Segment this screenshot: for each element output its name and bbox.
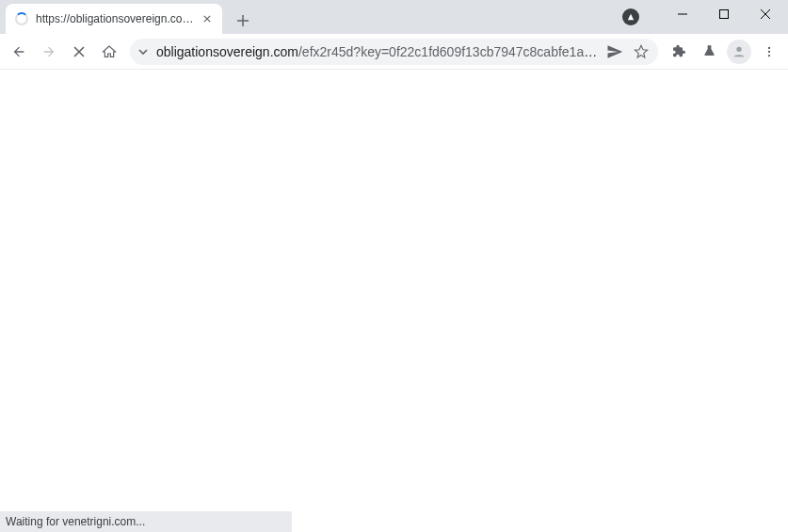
svg-rect-0 — [720, 10, 729, 19]
window-close-button[interactable] — [745, 0, 786, 28]
status-text: Waiting for venetrigni.com... — [6, 515, 145, 528]
window-maximize-button[interactable] — [703, 0, 745, 28]
address-bar[interactable]: obligationsovereign.com/efx2r45d?key=0f2… — [130, 39, 658, 65]
status-bar: Waiting for venetrigni.com... — [0, 511, 292, 532]
send-button[interactable] — [602, 40, 628, 63]
page-content — [0, 70, 788, 532]
svg-point-2 — [768, 46, 770, 48]
svg-point-3 — [768, 50, 770, 52]
new-tab-button[interactable] — [230, 8, 256, 34]
loading-spinner-icon — [15, 12, 28, 25]
profile-button[interactable] — [726, 39, 752, 65]
site-info-button[interactable] — [137, 46, 149, 57]
profile-paused-icon[interactable] — [622, 8, 639, 25]
svg-point-1 — [736, 46, 741, 51]
menu-button[interactable] — [756, 39, 782, 65]
labs-button[interactable] — [696, 39, 722, 65]
tab-strip: https://obligationsovereign.com/ — [0, 0, 622, 34]
url-host: obligationsovereign.com — [156, 44, 298, 59]
svg-point-4 — [768, 54, 770, 56]
extensions-button[interactable] — [666, 39, 692, 65]
tab-close-button[interactable] — [200, 11, 215, 26]
url-path: /efx2r45d?key=0f22c1fd609f13cb7947c8cabf… — [298, 44, 602, 59]
titlebar: https://obligationsovereign.com/ — [0, 0, 788, 34]
avatar-icon — [727, 40, 751, 64]
window-controls — [622, 0, 788, 28]
bookmark-button[interactable] — [628, 40, 654, 63]
browser-tab[interactable]: https://obligationsovereign.com/ — [6, 4, 222, 34]
tab-title: https://obligationsovereign.com/ — [36, 12, 194, 25]
back-button[interactable] — [6, 39, 32, 65]
forward-button[interactable] — [36, 39, 62, 65]
window-minimize-button[interactable] — [662, 0, 703, 28]
url-text: obligationsovereign.com/efx2r45d?key=0f2… — [156, 44, 602, 59]
toolbar: obligationsovereign.com/efx2r45d?key=0f2… — [0, 34, 788, 70]
stop-button[interactable] — [66, 39, 92, 65]
home-button[interactable] — [96, 39, 122, 65]
